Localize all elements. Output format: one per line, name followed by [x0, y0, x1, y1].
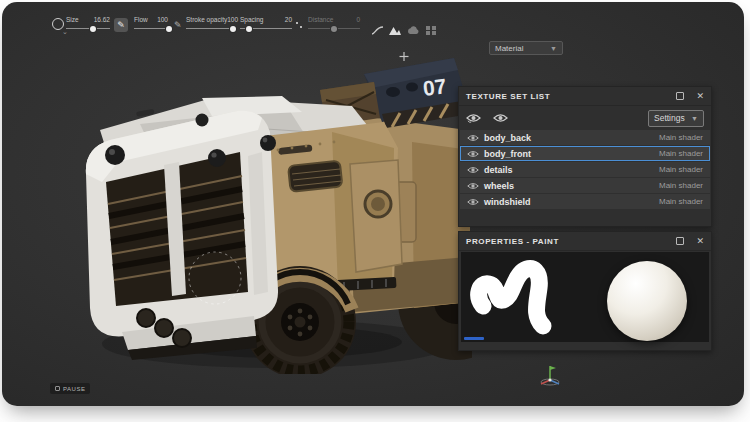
close-icon[interactable]: ✕ [696, 92, 704, 101]
size-pressure-button[interactable]: ✎ [114, 18, 128, 32]
mountain-icon[interactable] [388, 22, 402, 34]
stroke-options-icon[interactable] [296, 22, 304, 30]
visibility-all-icon[interactable] [466, 109, 481, 127]
shader-label[interactable]: Main shader [659, 149, 703, 158]
stroke-opacity-label: Stroke opacity [186, 16, 227, 24]
spacing-label: Spacing [240, 16, 264, 24]
spacing-value: 20 [285, 16, 292, 24]
distance-label: Distance [308, 16, 333, 24]
texture-set-name: body_back [484, 133, 531, 143]
properties-paint-panel: PROPERTIES - PAINT ✕ [458, 231, 712, 351]
texture-set-row-body-back[interactable]: body_back Main shader [460, 130, 710, 145]
distance-slider[interactable]: Distance0 [308, 16, 360, 34]
scroll-indicator[interactable] [464, 337, 484, 340]
texture-set-rows: body_back Main shader body_front Main sh… [459, 130, 711, 209]
app-window: 07 [2, 2, 744, 406]
settings-dropdown[interactable]: Settings ▼ [648, 110, 704, 127]
material-mode-label: Material [495, 44, 523, 53]
texture-set-name: wheels [484, 181, 514, 191]
material-mode-dropdown[interactable]: Material ▼ [489, 41, 563, 55]
close-icon[interactable]: ✕ [696, 237, 704, 246]
texture-set-name: details [484, 165, 513, 175]
distance-knob[interactable] [331, 26, 337, 32]
viewport-3d-model[interactable]: 07 [52, 52, 472, 374]
flow-slider[interactable]: Flow100 [134, 16, 168, 34]
settings-label: Settings [654, 113, 685, 123]
pivot-marker [400, 52, 409, 61]
status-icon [55, 386, 60, 391]
stroke-opacity-slider[interactable]: Stroke opacity100 [186, 16, 234, 34]
shader-label[interactable]: Main shader [659, 165, 703, 174]
shader-label[interactable]: Main shader [659, 181, 703, 190]
undock-icon[interactable] [676, 237, 684, 245]
texture-set-list-title: TEXTURE SET LIST [466, 92, 676, 101]
texture-set-name: body_front [484, 149, 531, 159]
status-text: PAUSE [63, 386, 85, 392]
grid-icon[interactable] [424, 22, 438, 34]
axis-gizmo[interactable] [536, 362, 564, 388]
solo-visibility-icon[interactable] [493, 109, 508, 127]
texture-set-list-panel: TEXTURE SET LIST ✕ Settings ▼ body_back … [458, 86, 712, 227]
flow-pressure-icon[interactable]: ✎ [174, 20, 182, 30]
eye-icon[interactable] [467, 198, 479, 206]
texture-set-row-details[interactable]: details Main shader [460, 162, 710, 177]
texture-set-list-header[interactable]: TEXTURE SET LIST ✕ [459, 87, 711, 106]
shader-label[interactable]: Main shader [659, 197, 703, 206]
distance-value: 0 [356, 16, 360, 24]
size-slider[interactable]: Size16.62 [66, 16, 110, 34]
brush-preview-area[interactable] [461, 252, 709, 342]
texture-set-name: windshield [484, 197, 531, 207]
spacing-slider[interactable]: Spacing20 [240, 16, 292, 34]
shader-label[interactable]: Main shader [659, 133, 703, 142]
texture-set-row-wheels[interactable]: wheels Main shader [460, 178, 710, 193]
flow-value: 100 [157, 16, 168, 24]
size-knob[interactable] [90, 26, 96, 32]
properties-header[interactable]: PROPERTIES - PAINT ✕ [459, 232, 711, 251]
engine-status-badge[interactable]: PAUSE [50, 383, 90, 394]
falloff-curve-icon[interactable] [370, 22, 384, 34]
material-sphere-preview [607, 261, 687, 341]
spacing-knob[interactable] [246, 26, 252, 32]
stroke-opacity-knob[interactable] [230, 26, 236, 32]
undock-icon[interactable] [676, 92, 684, 100]
size-value: 16.62 [94, 16, 110, 24]
size-label: Size [66, 16, 79, 24]
chevron-down-icon: ▼ [691, 115, 698, 122]
texture-set-filter-bar: Settings ▼ [459, 106, 711, 130]
eye-icon[interactable] [467, 134, 479, 142]
brush-stroke-preview [469, 254, 589, 342]
properties-title: PROPERTIES - PAINT [466, 237, 676, 246]
eye-icon[interactable] [467, 150, 479, 158]
chevron-down-icon: ▼ [550, 45, 557, 52]
eye-icon[interactable] [467, 182, 479, 190]
model-number: 07 [422, 74, 448, 100]
texture-set-row-body-front[interactable]: body_front Main shader [460, 146, 710, 161]
stroke-opacity-value: 100 [227, 16, 238, 24]
flow-label: Flow [134, 16, 148, 24]
flow-knob[interactable] [166, 26, 172, 32]
eye-icon[interactable] [467, 166, 479, 174]
texture-set-row-windshield[interactable]: windshield Main shader [460, 194, 710, 209]
cloud-icon[interactable] [406, 22, 420, 34]
